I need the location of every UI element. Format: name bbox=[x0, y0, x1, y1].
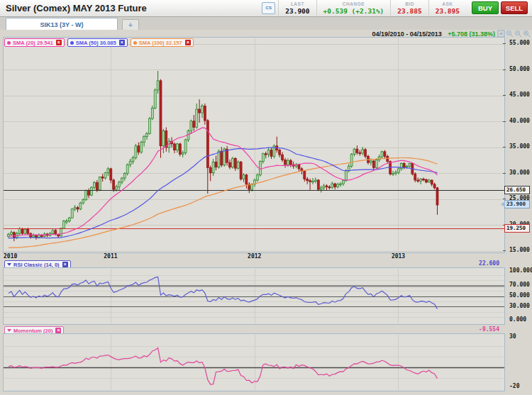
quote-field-bid: BID 23.885 bbox=[390, 0, 428, 16]
price-chart-panel[interactable] bbox=[3, 37, 505, 253]
tab-sik13[interactable]: SIK13 (3Y - W) bbox=[6, 18, 118, 30]
rsi-axis-label: 70.000 bbox=[509, 282, 530, 289]
collapse-triangle-icon[interactable] bbox=[7, 329, 11, 332]
momentum-canvas bbox=[4, 334, 504, 391]
price-line-label: 19.250 bbox=[504, 224, 530, 233]
add-tab-button[interactable]: + bbox=[122, 19, 139, 30]
chart-tab-bar: SIK13 (3Y - W) + bbox=[0, 17, 532, 30]
axis-tick bbox=[503, 147, 506, 148]
quote-label: ASK bbox=[442, 1, 453, 7]
x-axis-label: 2012 bbox=[248, 253, 261, 260]
momentum-line bbox=[9, 348, 438, 384]
sma50-legend-chip[interactable]: SMA (50) 30.085 × bbox=[67, 38, 128, 47]
close-icon[interactable]: × bbox=[185, 40, 191, 45]
buy-button[interactable]: BUY bbox=[472, 1, 499, 14]
sma20-legend-chip[interactable]: SMA (20) 29.541 × bbox=[4, 38, 65, 47]
axis-tick bbox=[503, 43, 506, 44]
close-icon[interactable]: × bbox=[62, 262, 68, 267]
time-axis[interactable]: 2010201120122013 bbox=[3, 253, 504, 260]
momentum-current-value: -9.554 bbox=[479, 326, 499, 333]
title-bar: Silver (Comex) MAY 2013 Future CS LAST 2… bbox=[0, 0, 532, 17]
sma100-label: SMA (100) 32.157 bbox=[139, 40, 182, 46]
price-axis-label: 30.000 bbox=[509, 169, 530, 177]
quote-label: CHANGE bbox=[343, 1, 365, 7]
trading-app: Silver (Comex) MAY 2013 Future CS LAST 2… bbox=[0, 0, 532, 395]
price-line-label: 26.650 bbox=[504, 186, 530, 194]
series-dot-icon bbox=[133, 41, 137, 45]
quote-field-ask: ASK 23.895 bbox=[428, 0, 466, 16]
axis-tick bbox=[503, 173, 506, 174]
axis-tick bbox=[503, 250, 506, 251]
close-icon[interactable]: × bbox=[119, 40, 125, 45]
x-axis-label: 2013 bbox=[392, 253, 405, 260]
close-icon[interactable]: × bbox=[55, 328, 61, 333]
rsi-panel[interactable] bbox=[3, 267, 505, 325]
sma100-legend-chip[interactable]: SMA (100) 32.157 × bbox=[131, 38, 194, 47]
rsi-canvas bbox=[4, 268, 504, 324]
chart-area: 04/19/2010 - 04/15/2013 +5.708 (31.38%) bbox=[0, 30, 532, 395]
axis-tick bbox=[503, 121, 506, 122]
axis-tick bbox=[503, 69, 506, 70]
sma20-label: SMA (20) 29.541 bbox=[13, 40, 53, 46]
sma-100-line bbox=[9, 158, 438, 248]
axis-tick bbox=[503, 95, 506, 96]
series-dot-icon bbox=[70, 41, 74, 45]
rsi-axis-label: 0.000 bbox=[509, 316, 526, 323]
sell-button[interactable]: SELL bbox=[501, 1, 528, 14]
x-axis-label: 2011 bbox=[104, 253, 117, 260]
quote-panel: CS LAST 23.900 CHANGE +0.539 (+2.31%) BI… bbox=[262, 0, 531, 16]
rsi-axis-label: 50.000 bbox=[509, 292, 530, 299]
rsi-axis: 100.00070.00050.00030.0000.000 bbox=[505, 267, 532, 323]
momentum-axis-label: 30 bbox=[509, 333, 516, 340]
change-value: +0.539 (+2.31%) bbox=[323, 7, 384, 15]
rsi-axis-label: 30.000 bbox=[509, 303, 530, 310]
ask-value: 23.895 bbox=[436, 7, 460, 15]
series-dot-icon bbox=[7, 41, 11, 45]
overlay-legend: SMA (20) 29.541 × SMA (50) 30.085 × SMA … bbox=[4, 38, 196, 47]
price-axis-label: 45.000 bbox=[509, 91, 530, 99]
quote-field-change: CHANGE +0.539 (+2.31%) bbox=[316, 0, 391, 16]
instrument-title: Silver (Comex) MAY 2013 Future bbox=[6, 3, 147, 13]
price-axis-label: 50.000 bbox=[509, 66, 530, 73]
collapse-triangle-icon[interactable] bbox=[7, 263, 11, 266]
price-axis[interactable]: 55.00050.00045.00040.00035.00030.00025.0… bbox=[505, 37, 532, 252]
last-price-label: 23.900 bbox=[504, 200, 530, 208]
momentum-axis-label: -20 bbox=[509, 383, 519, 390]
candlestick-series bbox=[8, 71, 439, 241]
momentum-axis: 30-20 bbox=[505, 333, 532, 390]
momentum-panel[interactable] bbox=[3, 333, 505, 391]
quote-label: LAST bbox=[291, 1, 304, 7]
range-info: 04/19/2010 - 04/15/2013 +5.708 (31.38%) bbox=[372, 30, 495, 37]
contract-selector-icon[interactable]: CS bbox=[262, 2, 275, 14]
bid-value: 23.885 bbox=[397, 7, 421, 15]
quote-label: BID bbox=[405, 1, 414, 7]
quote-field-last: LAST 23.900 bbox=[278, 0, 316, 16]
sma50-label: SMA (50) 30.085 bbox=[76, 40, 116, 46]
price-chart-canvas bbox=[4, 38, 504, 252]
last-value: 23.900 bbox=[285, 7, 309, 15]
price-axis-label: 40.000 bbox=[509, 118, 530, 125]
rsi-axis-label: 100.000 bbox=[509, 267, 532, 274]
sma-20-line bbox=[9, 128, 438, 236]
price-axis-label: 15.000 bbox=[509, 247, 530, 254]
price-axis-label: 35.000 bbox=[509, 143, 530, 150]
close-icon[interactable]: × bbox=[56, 40, 62, 45]
x-axis-label: 2010 bbox=[4, 253, 17, 260]
order-buttons: BUY SELL bbox=[472, 1, 528, 14]
rsi-current-value: 22.600 bbox=[479, 260, 499, 267]
price-axis-label: 55.000 bbox=[509, 40, 530, 47]
rsi-line bbox=[9, 277, 438, 309]
axis-tick bbox=[503, 199, 506, 199]
